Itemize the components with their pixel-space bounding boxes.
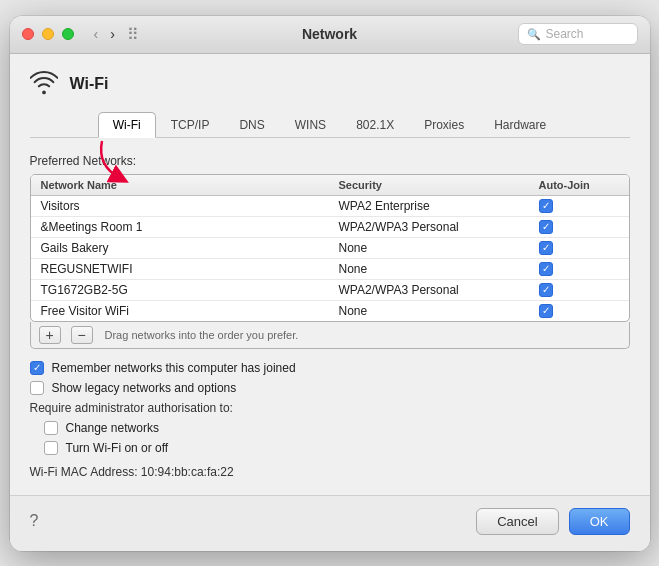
table-footer: + − Drag networks into the order you pre… <box>30 322 630 349</box>
table-row[interactable]: Visitors WPA2 Enterprise ✓ <box>31 196 629 217</box>
cell-name: &Meetings Room 1 <box>41 220 339 234</box>
remember-networks-label: Remember networks this computer has join… <box>52 361 296 375</box>
maximize-button[interactable] <box>62 28 74 40</box>
tab-hardware[interactable]: Hardware <box>479 112 561 138</box>
help-button[interactable]: ? <box>30 512 39 530</box>
autojoin-checkbox[interactable]: ✓ <box>539 283 553 297</box>
search-icon: 🔍 <box>527 28 541 41</box>
ok-button[interactable]: OK <box>569 508 630 535</box>
wifi-icon <box>30 70 58 98</box>
turn-wifi-option: Turn Wi-Fi on or off <box>44 441 630 455</box>
cell-autojoin: ✓ <box>539 304 619 318</box>
autojoin-checkbox[interactable]: ✓ <box>539 262 553 276</box>
footer-buttons: Cancel OK <box>476 508 629 535</box>
change-networks-label: Change networks <box>66 421 159 435</box>
tab-tcpip[interactable]: TCP/IP <box>156 112 225 138</box>
window-footer: ? Cancel OK <box>10 495 650 551</box>
autojoin-checkbox[interactable]: ✓ <box>539 304 553 318</box>
table-body: Visitors WPA2 Enterprise ✓ &Meetings Roo… <box>31 196 629 321</box>
cell-autojoin: ✓ <box>539 262 619 276</box>
cell-name: Gails Bakery <box>41 241 339 255</box>
traffic-lights <box>22 28 74 40</box>
show-legacy-checkbox[interactable] <box>30 381 44 395</box>
table-row[interactable]: &Meetings Room 1 WPA2/WPA3 Personal ✓ <box>31 217 629 238</box>
cell-autojoin: ✓ <box>539 220 619 234</box>
forward-arrow[interactable]: › <box>106 26 119 42</box>
tab-wins[interactable]: WINS <box>280 112 341 138</box>
cell-name: REGUSNETWIFI <box>41 262 339 276</box>
back-arrow[interactable]: ‹ <box>90 26 103 42</box>
autojoin-checkbox[interactable]: ✓ <box>539 220 553 234</box>
close-button[interactable] <box>22 28 34 40</box>
table-row[interactable]: REGUSNETWIFI None ✓ <box>31 259 629 280</box>
cell-security: None <box>339 304 539 318</box>
cell-security: WPA2 Enterprise <box>339 199 539 213</box>
remember-networks-checkbox[interactable]: ✓ <box>30 361 44 375</box>
tab-8021x[interactable]: 802.1X <box>341 112 409 138</box>
drag-hint: Drag networks into the order you prefer. <box>105 329 299 341</box>
cancel-button[interactable]: Cancel <box>476 508 558 535</box>
wifi-header: Wi-Fi <box>30 70 630 98</box>
table-row[interactable]: Gails Bakery None ✓ <box>31 238 629 259</box>
turn-wifi-label: Turn Wi-Fi on or off <box>66 441 169 455</box>
tabs-bar: Wi-Fi TCP/IP DNS WINS 802.1X Proxies Har… <box>30 112 630 138</box>
cell-security: WPA2/WPA3 Personal <box>339 220 539 234</box>
col-security: Security <box>339 179 539 191</box>
options-section: ✓ Remember networks this computer has jo… <box>30 361 630 479</box>
main-content: Wi-Fi Wi-Fi TCP/IP DNS WINS 802.1X Proxi… <box>10 54 650 495</box>
tab-dns[interactable]: DNS <box>224 112 279 138</box>
mac-address-value: 10:94:bb:ca:fa:22 <box>141 465 234 479</box>
network-window: ‹ › ⠿ Network 🔍 Search Wi-Fi Wi-Fi TCP/I… <box>10 16 650 551</box>
search-box[interactable]: 🔍 Search <box>518 23 638 45</box>
cell-autojoin: ✓ <box>539 199 619 213</box>
admin-options: Change networks Turn Wi-Fi on or off <box>30 421 630 455</box>
remember-networks-option: ✓ Remember networks this computer has jo… <box>30 361 630 375</box>
nav-arrows: ‹ › <box>90 26 119 42</box>
turn-wifi-checkbox[interactable] <box>44 441 58 455</box>
add-network-button[interactable]: + <box>39 326 61 344</box>
require-admin-label: Require administrator authorisation to: <box>30 401 630 415</box>
col-autojoin: Auto-Join <box>539 179 619 191</box>
tab-proxies[interactable]: Proxies <box>409 112 479 138</box>
autojoin-checkbox[interactable]: ✓ <box>539 241 553 255</box>
cell-security: WPA2/WPA3 Personal <box>339 283 539 297</box>
cell-security: None <box>339 262 539 276</box>
mac-address-label: Wi-Fi MAC Address: <box>30 465 138 479</box>
autojoin-checkbox[interactable]: ✓ <box>539 199 553 213</box>
wifi-title: Wi-Fi <box>70 75 109 93</box>
change-networks-checkbox[interactable] <box>44 421 58 435</box>
preferred-networks-label: Preferred Networks: <box>30 154 630 168</box>
table-header: Network Name Security Auto-Join <box>31 175 629 196</box>
cell-autojoin: ✓ <box>539 283 619 297</box>
cell-autojoin: ✓ <box>539 241 619 255</box>
tab-wifi[interactable]: Wi-Fi <box>98 112 156 138</box>
networks-table-wrapper: Network Name Security Auto-Join Visitors… <box>30 174 630 349</box>
mac-address: Wi-Fi MAC Address: 10:94:bb:ca:fa:22 <box>30 465 630 479</box>
titlebar: ‹ › ⠿ Network 🔍 Search <box>10 16 650 54</box>
show-legacy-label: Show legacy networks and options <box>52 381 237 395</box>
show-legacy-option: Show legacy networks and options <box>30 381 630 395</box>
table-row[interactable]: Free Visitor WiFi None ✓ <box>31 301 629 321</box>
networks-table: Network Name Security Auto-Join Visitors… <box>30 174 630 322</box>
cell-security: None <box>339 241 539 255</box>
window-title: Network <box>302 26 357 42</box>
table-row[interactable]: TG1672GB2-5G WPA2/WPA3 Personal ✓ <box>31 280 629 301</box>
minimize-button[interactable] <box>42 28 54 40</box>
cell-name: Visitors <box>41 199 339 213</box>
cell-name: TG1672GB2-5G <box>41 283 339 297</box>
grid-icon: ⠿ <box>127 25 139 44</box>
col-name: Network Name <box>41 179 339 191</box>
remove-network-button[interactable]: − <box>71 326 93 344</box>
cell-name: Free Visitor WiFi <box>41 304 339 318</box>
change-networks-option: Change networks <box>44 421 630 435</box>
search-placeholder: Search <box>546 27 584 41</box>
